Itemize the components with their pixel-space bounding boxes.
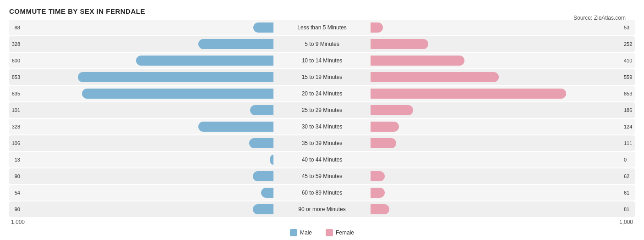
chart-row: 328 30 to 34 Minutes 124 — [9, 119, 635, 134]
female-bar — [371, 171, 385, 181]
male-bar-wrap — [22, 39, 273, 49]
female-bar-wrap — [371, 72, 622, 82]
female-bar-wrap — [371, 105, 622, 115]
male-bar-wrap — [22, 89, 273, 99]
left-section: 54 — [9, 188, 276, 198]
female-value: 81 — [624, 207, 635, 212]
male-value: 90 — [9, 173, 20, 179]
male-bar-wrap — [22, 22, 273, 33]
right-section: 559 — [368, 72, 635, 82]
male-bar-wrap — [22, 138, 273, 148]
male-bar — [250, 105, 273, 115]
female-value: 410 — [624, 58, 635, 63]
row-label: 60 to 89 Minutes — [276, 190, 368, 196]
left-section: 101 — [9, 105, 276, 115]
female-value: 111 — [624, 140, 635, 146]
female-value: 53 — [624, 25, 635, 30]
right-section: 111 — [368, 138, 635, 148]
chart-title: COMMUTE TIME BY SEX IN FERNDALE — [9, 7, 635, 15]
legend-male-label: Male — [300, 229, 312, 236]
chart-area: 88 Less than 5 Minutes 53 328 5 to 9 Min… — [9, 20, 635, 217]
male-bar-wrap — [22, 204, 273, 214]
left-section: 328 — [9, 122, 276, 132]
female-value: 124 — [624, 124, 635, 129]
female-bar — [371, 204, 389, 214]
female-bar-wrap — [371, 56, 622, 66]
male-bar — [270, 155, 273, 165]
right-section: 410 — [368, 56, 635, 66]
legend-female-label: Female — [336, 229, 354, 236]
male-value: 328 — [9, 124, 20, 129]
right-section: 53 — [368, 22, 635, 33]
male-value: 13 — [9, 157, 20, 162]
row-label: 30 to 34 Minutes — [276, 123, 368, 130]
female-bar-wrap — [371, 171, 622, 181]
chart-row: 328 5 to 9 Minutes 252 — [9, 36, 635, 52]
row-label: 15 to 19 Minutes — [276, 74, 368, 80]
chart-row: 90 45 to 59 Minutes 62 — [9, 168, 635, 184]
male-value: 600 — [9, 58, 20, 63]
legend-female: Female — [326, 229, 354, 236]
female-bar-wrap — [371, 188, 622, 198]
right-section: 61 — [368, 188, 635, 198]
row-label: 25 to 29 Minutes — [276, 107, 368, 113]
female-value: 0 — [624, 157, 635, 162]
female-bar-wrap — [371, 39, 622, 49]
male-bar — [253, 204, 273, 214]
female-value: 61 — [624, 190, 635, 195]
right-section: 853 — [368, 89, 635, 99]
left-section: 106 — [9, 138, 276, 148]
row-label: 90 or more Minutes — [276, 206, 368, 212]
row-label: 45 to 59 Minutes — [276, 173, 368, 179]
female-bar — [371, 56, 464, 66]
left-section: 90 — [9, 204, 276, 214]
left-section: 88 — [9, 22, 276, 33]
male-value: 328 — [9, 41, 20, 47]
legend-male: Male — [290, 229, 312, 236]
male-bar — [253, 171, 273, 181]
male-bar-wrap — [22, 171, 273, 181]
male-bar — [249, 138, 273, 148]
left-section: 13 — [9, 155, 276, 165]
chart-row: 101 25 to 29 Minutes 186 — [9, 102, 635, 118]
female-value: 853 — [624, 91, 635, 96]
male-value: 835 — [9, 91, 20, 96]
left-section: 835 — [9, 89, 276, 99]
row-label: 5 to 9 Minutes — [276, 41, 368, 47]
right-section: 0 — [368, 155, 635, 165]
chart-row: 835 20 to 24 Minutes 853 — [9, 86, 635, 101]
male-bar-wrap — [22, 105, 273, 115]
chart-row: 88 Less than 5 Minutes 53 — [9, 20, 635, 35]
female-bar-wrap — [371, 204, 622, 214]
right-section: 124 — [368, 122, 635, 132]
left-section: 328 — [9, 39, 276, 49]
chart-row: 106 35 to 39 Minutes 111 — [9, 135, 635, 151]
right-section: 81 — [368, 204, 635, 214]
male-bar — [136, 56, 273, 66]
left-section: 600 — [9, 56, 276, 66]
female-bar-wrap — [371, 89, 622, 99]
row-label: 35 to 39 Minutes — [276, 140, 368, 146]
male-value: 88 — [9, 25, 20, 30]
female-value: 559 — [624, 74, 635, 80]
female-bar — [371, 188, 385, 198]
male-bar — [198, 122, 273, 132]
female-bar — [371, 39, 428, 49]
female-bar — [371, 72, 499, 82]
male-value: 54 — [9, 190, 20, 195]
female-bar-wrap — [371, 22, 622, 33]
row-label: 20 to 24 Minutes — [276, 90, 368, 97]
female-value: 252 — [624, 41, 635, 47]
legend: Male Female — [9, 229, 635, 236]
female-bar-wrap — [371, 138, 622, 148]
right-section: 62 — [368, 171, 635, 181]
row-label: 40 to 44 Minutes — [276, 156, 368, 163]
female-value: 186 — [624, 107, 635, 113]
male-value: 106 — [9, 140, 20, 146]
male-value: 90 — [9, 207, 20, 212]
female-bar — [371, 105, 413, 115]
male-bar-wrap — [22, 72, 273, 82]
female-bar — [371, 122, 399, 132]
page-wrapper: COMMUTE TIME BY SEX IN FERNDALE Source: … — [9, 7, 635, 236]
male-bar-wrap — [22, 155, 273, 165]
